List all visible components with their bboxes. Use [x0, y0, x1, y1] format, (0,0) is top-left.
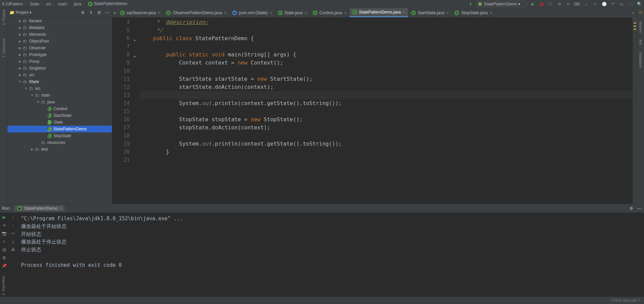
tree-item-src[interactable]: ▶🗀src [7, 72, 112, 78]
error-stripe[interactable] [633, 18, 637, 204]
tree-item-stopstate[interactable]: CStopState [7, 132, 112, 139]
close-icon[interactable]: × [344, 10, 347, 15]
tree-item-singleton[interactable]: ▶🗀Singleton [7, 65, 112, 72]
trash-icon[interactable]: 🗑 [2, 255, 6, 260]
editor-body[interactable]: 456▶78▶9101112131415161718192021 * @desc… [112, 18, 637, 204]
tree-item-startstate[interactable]: CStartState [7, 112, 112, 119]
locate-icon[interactable]: ⊕ [80, 10, 86, 15]
tree-item-iterator[interactable]: ▶🗀Iterator [7, 18, 112, 24]
code-line[interactable]: startState.doAction(context); [140, 83, 633, 91]
editor-tab[interactable]: CxaObserver.java× [117, 8, 164, 17]
line-number[interactable]: 8▶ [112, 51, 130, 59]
code-line[interactable]: * @description: [140, 18, 633, 26]
run-config-dropdown[interactable]: StatePatternDemo ▾ [477, 1, 527, 7]
wrap-icon[interactable]: ↩ [11, 231, 15, 236]
tab-scroll-icon[interactable]: « [630, 10, 637, 15]
code-line[interactable]: */ [140, 26, 633, 34]
tree-arrow-icon[interactable]: ▶ [18, 33, 22, 36]
code-line[interactable] [140, 132, 633, 140]
close-icon[interactable]: × [224, 10, 226, 15]
tree-item-src[interactable]: ▼🗀src [7, 85, 112, 92]
tree-arrow-icon[interactable]: ▼ [36, 100, 41, 104]
tree-arrow-icon[interactable]: ▶ [18, 46, 22, 50]
tree-item-statepatterndemo[interactable]: CStatePatternDemo [7, 126, 112, 132]
down-icon[interactable]: ↓ [12, 223, 14, 228]
tree-item-prototype[interactable]: ▶🗀Prototype [7, 51, 112, 58]
stop-icon[interactable]: ■ [565, 1, 571, 7]
up-icon[interactable]: ↑ [12, 215, 14, 220]
tree-item-proxy[interactable]: ▶🗀Proxy [7, 58, 112, 65]
exit-icon[interactable]: ⎋ [3, 239, 5, 244]
breadcrumb-item[interactable]: src [46, 2, 51, 6]
code-line[interactable]: StopState stopState = new StopState(); [140, 116, 633, 124]
build-icon[interactable]: ⬇ [468, 1, 473, 7]
editor-tab[interactable]: mpom.xml (State)× [230, 8, 275, 17]
ide-settings-icon[interactable]: ⬚ [628, 1, 633, 7]
code-line[interactable]: stopState.doAction(context); [140, 124, 633, 132]
tree-item-main[interactable]: ▼🗀main [7, 92, 112, 99]
git-commit-icon[interactable]: ✔ [593, 1, 598, 7]
run-tab[interactable]: ▶ StatePatternDemo × [15, 205, 65, 211]
tree-arrow-icon[interactable]: ▼ [24, 87, 28, 90]
breadcrumb-item[interactable]: C StatePatternDemo [88, 1, 127, 6]
tree-item-resources[interactable]: 🗀resources [7, 139, 112, 146]
editor-tab[interactable]: CStatePatternDemo.java× [350, 8, 408, 17]
close-icon[interactable]: × [446, 10, 449, 15]
line-number[interactable]: 6▶ [112, 34, 130, 43]
tree-item-java[interactable]: ▼🗀java [7, 99, 112, 105]
editor-tab[interactable]: CStopState.java× [452, 8, 495, 17]
code-line[interactable] [140, 91, 633, 99]
close-icon[interactable]: × [270, 10, 272, 15]
line-number[interactable]: 7 [112, 43, 130, 51]
code-line[interactable]: System.out.println(context.getState().to… [140, 99, 633, 107]
code-line[interactable]: Context context = new Context(); [140, 59, 633, 67]
tree-item-mediator[interactable]: ▶🗀Mediator [7, 24, 112, 31]
stop-button-icon[interactable]: ■ [3, 223, 5, 228]
line-number[interactable]: 11 [112, 75, 130, 83]
tree-item-observer[interactable]: ▶🗀Observer [7, 45, 112, 51]
tree-arrow-icon[interactable]: ▶ [18, 40, 22, 43]
line-number[interactable]: 20 [112, 148, 130, 156]
scroll-end-icon[interactable]: ⤓ [11, 239, 15, 244]
tree-arrow-icon[interactable]: ▶ [18, 53, 22, 56]
tool-ant[interactable]: Ant [639, 40, 643, 45]
layout-icon[interactable]: ▤ [2, 247, 6, 252]
close-icon[interactable]: × [490, 10, 492, 15]
code-line[interactable] [140, 67, 633, 75]
line-number[interactable]: 16 [112, 116, 130, 124]
line-number[interactable]: 19 [112, 140, 130, 148]
line-number[interactable]: 13 [112, 91, 130, 99]
line-number[interactable]: 10 [112, 67, 130, 75]
tree-arrow-icon[interactable]: ▶ [18, 73, 22, 77]
code-line[interactable]: System.out.println(context.getState().to… [140, 140, 633, 148]
tree-arrow-icon[interactable]: ▶ [18, 26, 22, 29]
close-icon[interactable]: × [403, 10, 405, 15]
code-line[interactable]: public static void main(String[] args) { [140, 51, 633, 59]
tree-item-state[interactable]: IState [7, 119, 112, 126]
collapse-icon[interactable]: ⇕ [88, 10, 94, 15]
console-output[interactable]: "C:\Program Files\Java\jdk1.8.0_152\bin\… [18, 213, 644, 297]
project-tree[interactable]: ▶🗀Iterator▶🗀Mediator▶🗀Memento▶🗀ObjectPoo… [7, 17, 112, 204]
tree-arrow-icon[interactable]: ▶ [18, 67, 22, 70]
breadcrumb-item[interactable]: State [30, 2, 39, 6]
tree-item-state[interactable]: ▼🗀State [7, 78, 112, 85]
tool-project[interactable]: 1: Project [2, 9, 6, 25]
code-line[interactable] [140, 107, 633, 116]
line-number[interactable]: 5 [112, 26, 130, 34]
tree-arrow-icon[interactable]: ▶ [18, 19, 22, 23]
line-number[interactable]: 17 [112, 124, 130, 132]
editor-tab[interactable]: CContext.java× [310, 8, 350, 17]
print-icon[interactable]: 🖶 [11, 247, 15, 252]
breadcrumb-item[interactable]: lf-23Pattern [2, 2, 23, 6]
breadcrumb-item[interactable]: main [58, 2, 67, 6]
tool-database[interactable]: Database [639, 52, 643, 68]
coverage-icon[interactable]: 🛡 [548, 1, 553, 7]
pin-icon[interactable]: 📌 [2, 263, 7, 268]
line-number[interactable]: 14 [112, 99, 130, 107]
tree-item-context[interactable]: CContext [7, 105, 112, 112]
git-push-icon[interactable]: 🕘 [601, 1, 607, 7]
tree-arrow-icon[interactable]: ▶ [18, 60, 22, 63]
git-pull-icon[interactable]: ↙ [584, 1, 589, 7]
line-number[interactable]: 4 [112, 18, 130, 26]
tree-arrow-icon[interactable]: ▶ [30, 148, 34, 151]
